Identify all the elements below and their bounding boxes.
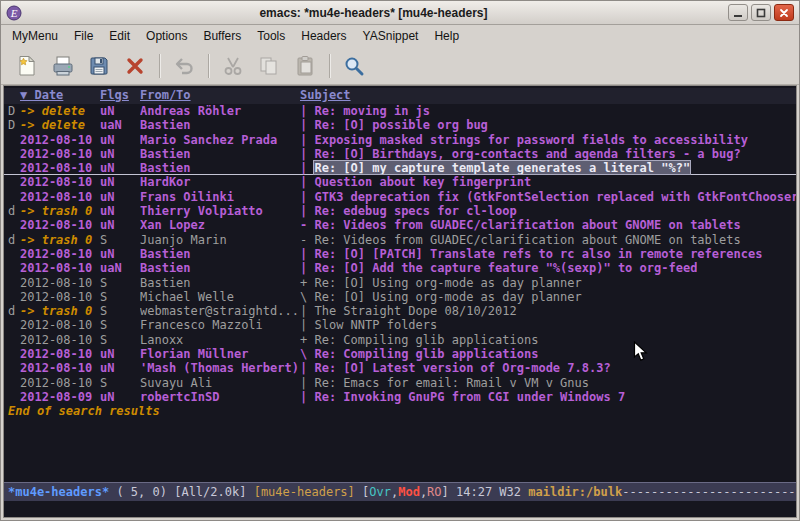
thread-prefix: | [300,133,314,147]
message-row[interactable]: d -> trash 0 uN Thierry Volpiatto | Re: … [4,204,796,218]
menu-yasnippet[interactable]: YASnippet [355,26,427,46]
message-row[interactable]: D -> delete uN Andreas Röhler | Re: movi… [4,104,796,118]
header-line: ▼ Date Flgs From/To Subject [4,88,796,104]
close-button[interactable] [774,4,794,21]
date-cell: 2012-08-10 [20,361,100,375]
from-cell: Bastien [140,118,300,132]
from-cell: Bastien [140,161,300,174]
from-cell: Lanoxx [140,333,300,347]
flags-cell: uaN [100,261,140,275]
flags-cell: uaN [100,118,140,132]
subject-cell: Re: [O] possible org bug [314,118,487,132]
from-cell: robertcInSD [140,390,300,404]
message-row[interactable]: 2012-08-10 uN Xan Lopez - Re: Videos fro… [4,218,796,232]
paste-icon[interactable] [289,51,321,81]
date-cell: 2012-08-10 [20,276,100,290]
message-row[interactable]: 2012-08-10 S Suvayu Ali | Re: Emacs for … [4,376,796,390]
flags-cell: uN [100,204,140,218]
close-buffer-icon[interactable] [119,51,151,81]
mark-cell [8,261,20,275]
toolbar-separator [329,54,330,78]
new-file-icon[interactable] [11,51,43,81]
thread-prefix: | [300,147,314,161]
subject-cell: Re: Compiling glib applications [314,333,538,347]
modeline-ro: RO [427,485,441,499]
thread-prefix: | [300,104,314,118]
from-cell: Xan Lopez [140,218,300,232]
mark-cell [8,247,20,261]
echo-area[interactable] [4,501,796,517]
from-cell: Suvayu Ali [140,376,300,390]
message-row[interactable]: 2012-08-10 uN Florian Müllner \ Re: Comp… [4,347,796,361]
subject-cell: Re: [O] Using org-mode as day planner [314,276,581,290]
flags-cell: S [100,290,140,304]
mark-cell [8,133,20,147]
message-row[interactable]: 2012-08-10 uN Bastien | Re: [O] Birthday… [4,147,796,161]
message-row[interactable]: 2012-08-10 uN Mario Sanchez Prada | Expo… [4,133,796,147]
search-icon[interactable] [338,51,370,81]
subject-cell: Re: [O] my capture template generates a … [314,161,690,174]
maximize-icon [756,8,766,18]
from-cell: Frans Oilinki [140,190,300,204]
column-header-flags[interactable]: Flgs [100,88,129,102]
message-row[interactable]: 2012-08-10 S Bastien + Re: [O] Using org… [4,276,796,290]
menu-edit[interactable]: Edit [101,26,138,46]
message-row[interactable]: 2012-08-10 uaN Bastien | Re: [O] Add the… [4,261,796,275]
maximize-button[interactable] [751,4,771,21]
from-cell: Florian Müllner [140,347,300,361]
svg-text:E: E [10,7,18,19]
date-cell: -> trash 0 [20,204,100,218]
date-cell: 2012-08-10 [20,218,100,232]
flags-cell: uN [100,347,140,361]
message-row[interactable]: 2012-08-10 uN HardKor | Question about k… [4,175,796,189]
copy-icon[interactable] [253,51,285,81]
cut-icon[interactable] [217,51,249,81]
undo-icon[interactable] [168,51,200,81]
thread-prefix: + [300,276,314,290]
menu-tools[interactable]: Tools [249,26,293,46]
modeline-plain: ( 5, 0) [All/2.0k] [109,485,254,499]
message-row[interactable]: 2012-08-10 S Francesco Mazzoli | Slow NN… [4,318,796,332]
column-header-subject[interactable]: Subject [300,88,351,102]
message-row[interactable]: 2012-08-09 uN robertcInSD | Re: Invoking… [4,390,796,404]
menu-options[interactable]: Options [138,26,195,46]
minimize-button[interactable] [728,4,748,21]
message-row[interactable]: 2012-08-10 uN Bastien | Re: [O] my captu… [4,161,796,175]
subject-cell: Re: [O] Using org-mode as day planner [314,290,581,304]
menu-file[interactable]: File [66,26,101,46]
message-row[interactable]: 2012-08-10 S Michael Welle \ Re: [O] Usi… [4,290,796,304]
print-icon[interactable] [47,51,79,81]
subject-cell: Slow NNTP folders [314,318,437,332]
message-row[interactable]: 2012-08-10 uN 'Mash (Thomas Herbert) | R… [4,361,796,375]
modeline-mode: [mu4e-headers] [254,485,362,499]
mark-cell [8,361,20,375]
date-cell: 2012-08-10 [20,175,100,189]
column-header-date[interactable]: ▼ Date [20,88,63,102]
subject-cell: Re: edebug specs for cl-loop [314,204,516,218]
flags-cell: S [100,233,140,247]
date-cell: 2012-08-10 [20,333,100,347]
message-row[interactable]: d -> trash 0 S webmaster@straightd... | … [4,304,796,318]
thread-prefix: | [300,261,314,275]
subject-cell: Question about key fingerprint [314,175,531,189]
from-cell: webmaster@straightd... [140,304,300,318]
thread-prefix: | [300,190,314,204]
message-row[interactable]: 2012-08-10 uN Bastien | Re: [O] [PATCH] … [4,247,796,261]
message-row[interactable]: d -> trash 0 S Juanjo Marin - Re: Videos… [4,233,796,247]
menu-bar: MyMenuFileEditOptionsBuffersToolsHeaders… [1,25,799,47]
from-cell: Mario Sanchez Prada [140,133,300,147]
thread-prefix: - [300,233,314,247]
message-row[interactable]: D -> delete uaN Bastien | Re: [O] possib… [4,118,796,132]
menu-headers[interactable]: Headers [293,26,354,46]
message-row[interactable]: 2012-08-10 S Lanoxx + Re: Compiling glib… [4,333,796,347]
column-header-from[interactable]: From/To [140,88,191,102]
from-cell: Francesco Mazzoli [140,318,300,332]
save-icon[interactable] [83,51,115,81]
menu-help[interactable]: Help [426,26,467,46]
menu-mymenu[interactable]: MyMenu [4,26,66,46]
from-cell: Bastien [140,261,300,275]
mark-cell [8,390,20,404]
menu-buffers[interactable]: Buffers [195,26,249,46]
mark-cell: d [8,304,20,318]
message-row[interactable]: 2012-08-10 uN Frans Oilinki | GTK3 depre… [4,190,796,204]
